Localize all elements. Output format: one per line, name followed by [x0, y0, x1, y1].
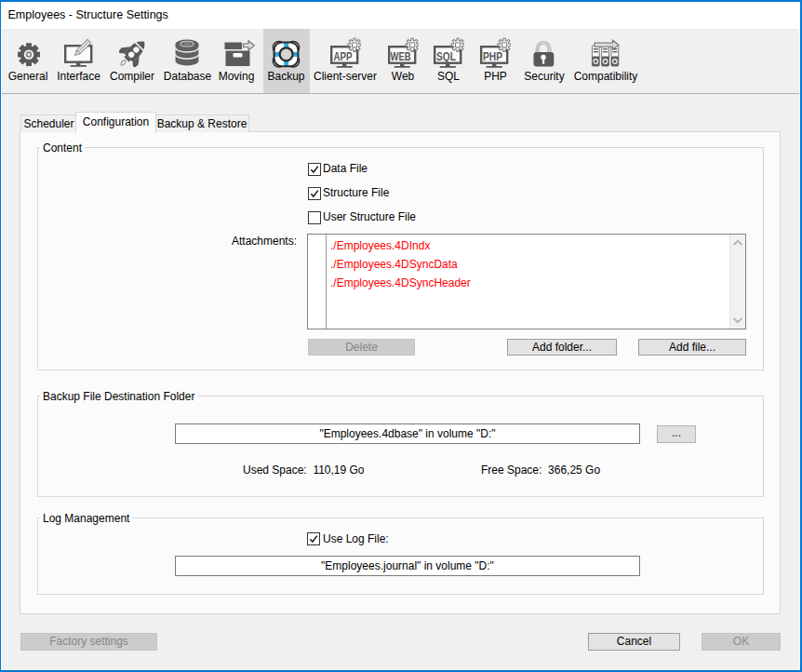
svg-text:APP: APP: [334, 50, 353, 63]
svg-text:PHP: PHP: [483, 50, 502, 63]
svg-text:SQL: SQL: [436, 50, 456, 63]
svg-text:WEB: WEB: [391, 50, 411, 63]
